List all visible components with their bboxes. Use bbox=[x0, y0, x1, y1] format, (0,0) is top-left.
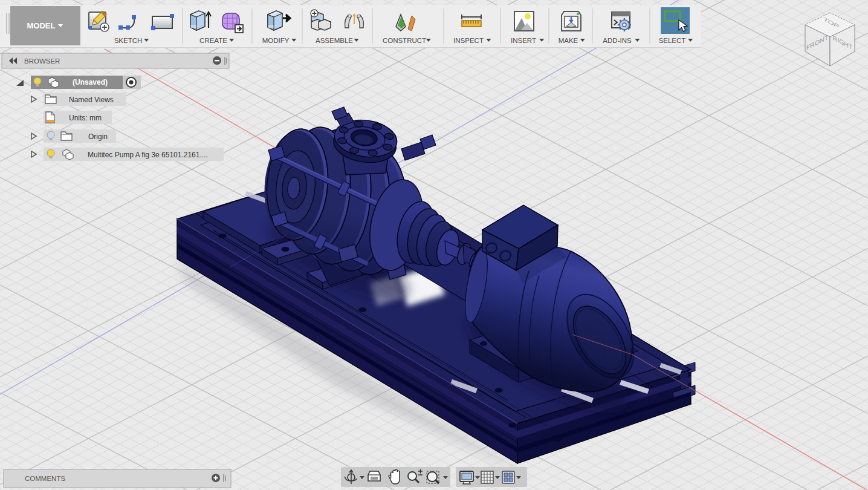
svg-text:Origin: Origin bbox=[88, 132, 108, 141]
svg-text:MODEL: MODEL bbox=[27, 21, 56, 30]
svg-text:BROWSER: BROWSER bbox=[24, 57, 60, 65]
svg-text:(Unsaved): (Unsaved) bbox=[73, 78, 108, 87]
svg-text:SELECT: SELECT bbox=[659, 37, 686, 44]
svg-text:CONSTRUCT: CONSTRUCT bbox=[383, 37, 426, 44]
svg-text:Units: mm: Units: mm bbox=[69, 114, 102, 122]
svg-text:COMMENTS: COMMENTS bbox=[25, 475, 65, 482]
svg-text:INSERT: INSERT bbox=[511, 37, 536, 44]
svg-text:CREATE: CREATE bbox=[199, 37, 227, 44]
svg-text:Named Views: Named Views bbox=[69, 96, 114, 104]
svg-text:Multitec Pump A fig 3e 65101.: Multitec Pump A fig 3e 65101.2161.... bbox=[88, 151, 208, 159]
svg-text:INSPECT: INSPECT bbox=[453, 37, 484, 44]
svg-text:ASSEMBLE: ASSEMBLE bbox=[316, 37, 353, 44]
svg-text:SKETCH: SKETCH bbox=[114, 37, 143, 44]
svg-text:MODIFY: MODIFY bbox=[262, 37, 290, 44]
svg-text:MAKE: MAKE bbox=[559, 37, 578, 44]
svg-text:ADD-INS: ADD-INS bbox=[603, 37, 632, 44]
